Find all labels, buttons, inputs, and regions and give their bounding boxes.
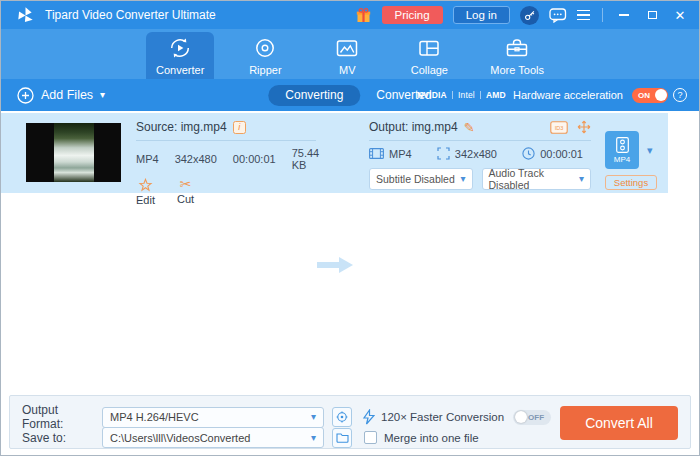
chevron-down-icon: ▾ bbox=[579, 174, 584, 184]
app-logo-icon bbox=[15, 5, 36, 26]
compress-arrows-icon[interactable] bbox=[577, 120, 591, 134]
source-info: Source: img.mp4 i MP4 342x480 00:00:01 7… bbox=[136, 119, 316, 206]
tab-label: Collage bbox=[411, 64, 448, 76]
divider bbox=[136, 140, 316, 141]
format-column: MP4 ▾ Settings bbox=[605, 131, 667, 190]
gift-icon[interactable] bbox=[355, 7, 372, 24]
login-button[interactable]: Log in bbox=[453, 6, 510, 24]
chevron-down-icon: ▾ bbox=[460, 174, 465, 184]
tab-converter[interactable]: Converter bbox=[146, 32, 214, 79]
close-icon: ✕ bbox=[675, 9, 686, 22]
maximize-button[interactable] bbox=[643, 6, 661, 24]
vendor-separator bbox=[452, 91, 453, 99]
chevron-down-icon: ▾ bbox=[311, 412, 316, 422]
source-resolution: 342x480 bbox=[175, 153, 217, 165]
merge-checkbox[interactable] bbox=[364, 431, 377, 444]
tab-collage[interactable]: Collage bbox=[398, 32, 460, 79]
tab-ripper[interactable]: Ripper bbox=[234, 32, 296, 79]
settings-button[interactable]: Settings bbox=[605, 175, 657, 190]
chevron-down-icon: ▾ bbox=[100, 90, 105, 100]
audio-track-select[interactable]: Audio Track Disabled ▾ bbox=[482, 168, 591, 190]
id3-edit-icon[interactable]: ID3 bbox=[550, 121, 568, 134]
open-folder-button[interactable] bbox=[332, 428, 352, 448]
hw-accel-toggle[interactable]: ON bbox=[632, 88, 668, 103]
gear-icon bbox=[336, 411, 348, 423]
hardware-acceleration: NVIDIA Intel AMD Hardware acceleration O… bbox=[417, 79, 687, 111]
film-reel-icon bbox=[616, 137, 629, 153]
source-duration: 00:00:01 bbox=[233, 153, 276, 165]
vendor-intel: Intel bbox=[458, 90, 475, 100]
toolbar: Add Files ▾ Converting Converted NVIDIA … bbox=[1, 79, 699, 111]
tab-mv[interactable]: MV bbox=[316, 32, 378, 79]
feedback-chat-icon[interactable] bbox=[549, 8, 567, 23]
app-title: Tipard Video Converter Ultimate bbox=[45, 8, 216, 22]
scissors-icon: ✂ bbox=[180, 178, 192, 191]
output-info: Output: img.mp4 ✎ ID3 bbox=[369, 119, 591, 190]
toggle-knob bbox=[515, 411, 527, 423]
convert-arrow-icon bbox=[317, 257, 353, 273]
media-info-icon[interactable]: i bbox=[233, 121, 246, 134]
folder-icon bbox=[336, 432, 349, 443]
subtitle-select[interactable]: Subtitle Disabled ▾ bbox=[369, 168, 473, 190]
subtitle-value: Subtitle Disabled bbox=[376, 173, 455, 185]
output-format: MP4 bbox=[389, 148, 412, 160]
save-to-select[interactable]: C:\Users\lll\VideosConverted ▾ bbox=[102, 427, 324, 448]
convert-state-tabs: Converting Converted bbox=[268, 79, 431, 111]
chevron-down-icon: ▾ bbox=[311, 433, 316, 443]
hw-accel-label: Hardware acceleration bbox=[513, 89, 623, 101]
titlebar: Tipard Video Converter Ultimate Pricing … bbox=[1, 1, 699, 29]
tab-label: MV bbox=[339, 64, 356, 76]
waterfall-preview-image bbox=[54, 123, 94, 182]
plus-circle-icon bbox=[17, 87, 34, 104]
clock-icon bbox=[522, 147, 535, 160]
tab-label: Converter bbox=[156, 64, 204, 76]
edit-button[interactable]: Edit bbox=[136, 178, 155, 206]
vendor-nvidia: NVIDIA bbox=[417, 90, 447, 100]
save-to-label: Save to: bbox=[22, 431, 102, 445]
help-icon[interactable]: ? bbox=[673, 88, 687, 102]
convert-all-button[interactable]: Convert All bbox=[560, 406, 678, 440]
vendor-separator bbox=[480, 91, 481, 99]
output-duration: 00:00:01 bbox=[540, 148, 583, 160]
source-meta: MP4 342x480 00:00:01 75.44 KB bbox=[136, 147, 316, 171]
key-icon bbox=[524, 10, 535, 21]
titlebar-actions: Pricing Log in ✕ bbox=[355, 6, 690, 25]
app-window: Tipard Video Converter Ultimate Pricing … bbox=[0, 0, 700, 456]
output-resolution: 342x480 bbox=[455, 148, 497, 160]
rename-pencil-icon[interactable]: ✎ bbox=[464, 120, 475, 135]
save-to-value: C:\Users\lll\VideosConverted bbox=[110, 432, 250, 444]
add-files-button[interactable]: Add Files ▾ bbox=[17, 79, 105, 111]
close-button[interactable]: ✕ bbox=[671, 6, 689, 24]
toolbox-icon bbox=[504, 35, 530, 61]
tab-more-tools[interactable]: More Tools bbox=[480, 32, 554, 79]
output-format-select[interactable]: MP4 H.264/HEVC ▾ bbox=[102, 407, 324, 428]
output-filename: Output: img.mp4 bbox=[369, 120, 458, 134]
profile-chevron-icon[interactable]: ▾ bbox=[647, 145, 653, 156]
main-nav: Converter Ripper MV Collage bbox=[1, 29, 699, 79]
file-row[interactable]: Source: img.mp4 i MP4 342x480 00:00:01 7… bbox=[1, 113, 668, 193]
device-profile-button[interactable] bbox=[332, 407, 352, 427]
mv-icon bbox=[334, 35, 360, 61]
cut-button[interactable]: ✂ Cut bbox=[177, 178, 194, 206]
toggle-state-label: OFF bbox=[528, 413, 544, 422]
output-meta: MP4 342x480 00:00:01 bbox=[369, 147, 583, 160]
register-key-button[interactable] bbox=[520, 6, 539, 25]
toggle-knob bbox=[655, 89, 667, 101]
titlebar-separator bbox=[602, 8, 603, 22]
add-files-label: Add Files bbox=[41, 88, 93, 102]
file-list-area: Source: img.mp4 i MP4 342x480 00:00:01 7… bbox=[1, 111, 699, 395]
video-thumbnail[interactable] bbox=[26, 123, 121, 182]
edit-star-icon bbox=[138, 178, 153, 192]
divider bbox=[369, 140, 591, 141]
faster-conversion-toggle[interactable]: OFF bbox=[513, 410, 551, 425]
minimize-button[interactable] bbox=[615, 6, 633, 24]
pricing-button[interactable]: Pricing bbox=[382, 6, 443, 24]
output-profile-button[interactable]: MP4 bbox=[605, 131, 639, 169]
cut-label: Cut bbox=[177, 193, 194, 205]
bottom-panel: Output Format: MP4 H.264/HEVC ▾ 120× Fas… bbox=[9, 395, 691, 449]
film-icon bbox=[369, 148, 384, 159]
merge-label: Merge into one file bbox=[384, 432, 479, 444]
menu-icon[interactable] bbox=[577, 10, 590, 21]
lightning-icon bbox=[362, 409, 375, 425]
tab-converting[interactable]: Converting bbox=[268, 85, 360, 106]
